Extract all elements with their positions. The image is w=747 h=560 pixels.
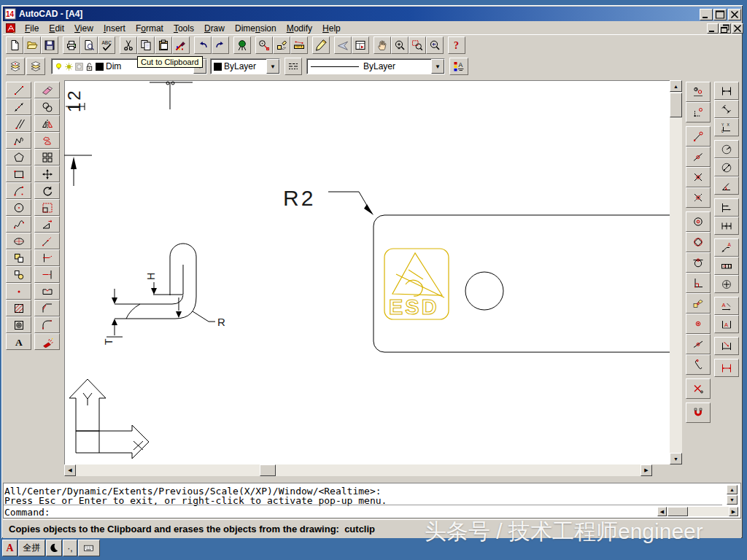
ime-fullhalf-button[interactable]: [46, 540, 62, 556]
tracking-button[interactable]: [686, 82, 711, 102]
paste-button[interactable]: [155, 36, 172, 54]
polygon-button[interactable]: [6, 149, 31, 166]
menu-draw[interactable]: Draw: [199, 23, 230, 34]
ime-language-button[interactable]: A: [2, 540, 18, 556]
ordinate-dimension-button[interactable]: YX0: [714, 118, 739, 136]
color-combo-dropdown-button[interactable]: ▼: [266, 59, 279, 74]
menu-dimension[interactable]: Dimension: [230, 23, 282, 34]
launch-browser-button[interactable]: [233, 36, 251, 54]
layers-button[interactable]: [26, 58, 45, 75]
horizontal-scroll-thumb[interactable]: [260, 464, 276, 476]
snap-to-quick-button[interactable]: [686, 354, 711, 375]
canvas-vertical-scrollbar[interactable]: ▲ ▼: [670, 80, 682, 464]
close-button[interactable]: [728, 9, 741, 20]
maximize-button[interactable]: [713, 9, 727, 20]
spline-button[interactable]: [6, 216, 31, 233]
zoom-window-button[interactable]: [409, 36, 426, 54]
rectangle-button[interactable]: [6, 166, 31, 182]
open-file-button[interactable]: [23, 36, 41, 54]
drawing-canvas[interactable]: 12 R2 ESD R: [64, 80, 670, 464]
zoom-previous-button[interactable]: [426, 36, 444, 54]
scroll-right-button[interactable]: ▶: [640, 464, 652, 476]
osnap-settings-button[interactable]: [686, 402, 711, 423]
break-button[interactable]: [34, 283, 60, 300]
match-properties-button[interactable]: [172, 36, 190, 54]
copy-object-button[interactable]: [34, 98, 60, 115]
menu-view[interactable]: View: [69, 23, 98, 34]
menu-modify[interactable]: Modify: [282, 23, 317, 34]
mirror-button[interactable]: [34, 115, 60, 132]
child-minimize-button[interactable]: [707, 23, 719, 34]
snap-to-none-button[interactable]: [686, 378, 711, 399]
menu-tools[interactable]: Tools: [169, 23, 199, 34]
snap-from-button[interactable]: [686, 102, 711, 122]
rotate-button[interactable]: [34, 182, 60, 199]
snap-to-intersection-button[interactable]: [686, 167, 711, 187]
print-button[interactable]: [63, 36, 80, 54]
scale-button[interactable]: [34, 199, 60, 216]
redo-button[interactable]: [212, 36, 229, 54]
explode-button[interactable]: [34, 333, 60, 350]
chamfer-button[interactable]: [34, 300, 60, 316]
child-restore-button[interactable]: [719, 23, 731, 34]
diameter-dimension-button[interactable]: [714, 158, 739, 176]
spelling-button[interactable]: ABC: [98, 36, 115, 54]
menu-format[interactable]: Format: [131, 23, 169, 34]
dimension-text-edit-button[interactable]: A: [714, 315, 739, 333]
stretch-button[interactable]: [34, 216, 60, 233]
dimension-style-button[interactable]: [714, 359, 739, 377]
minimize-button[interactable]: [700, 9, 713, 20]
undo-button[interactable]: [194, 36, 212, 54]
array-button[interactable]: [34, 149, 60, 166]
menu-help[interactable]: Help: [317, 23, 346, 34]
command-splitter[interactable]: [4, 505, 722, 505]
snap-to-midpoint-button[interactable]: [686, 147, 711, 167]
radius-dimension-button[interactable]: [714, 140, 739, 158]
command-scroll-left-button[interactable]: ◀: [657, 507, 667, 516]
linetype-button[interactable]: [285, 58, 302, 75]
point-button[interactable]: [6, 283, 31, 300]
new-file-button[interactable]: [6, 36, 23, 54]
center-mark-button[interactable]: [714, 275, 739, 293]
ime-softkeyboard-button[interactable]: [78, 540, 100, 556]
command-scroll-down-button[interactable]: ▼: [727, 495, 738, 505]
ime-punctuation-button[interactable]: ·,: [63, 540, 77, 556]
print-preview-button[interactable]: [80, 36, 98, 54]
menu-file[interactable]: File: [20, 23, 44, 34]
snap-to-insert-button[interactable]: [686, 293, 711, 314]
dimension-update-button[interactable]: [714, 337, 739, 355]
linear-dimension-button[interactable]: [714, 82, 739, 100]
fillet-button[interactable]: [34, 316, 60, 333]
make-object-layer-current-button[interactable]: [6, 58, 25, 75]
snap-to-perpendicular-button[interactable]: [686, 273, 711, 293]
hatch-button[interactable]: [6, 300, 31, 316]
polyline-button[interactable]: [6, 132, 31, 149]
trim-button[interactable]: [34, 249, 60, 266]
extend-button[interactable]: [34, 266, 60, 283]
named-views-button[interactable]: [352, 36, 369, 54]
region-button[interactable]: [6, 316, 31, 333]
cut-button[interactable]: [120, 36, 137, 54]
command-scroll-thumb[interactable]: [667, 507, 688, 516]
scroll-down-button[interactable]: ▼: [670, 453, 682, 464]
snap-to-tangent-button[interactable]: [686, 252, 711, 273]
command-scroll-up-button[interactable]: ▲: [727, 485, 738, 494]
angular-dimension-button[interactable]: [714, 176, 739, 195]
object-properties-button[interactable]: A: [449, 58, 468, 75]
object-snap-button[interactable]: [255, 36, 273, 54]
help-button[interactable]: ?: [448, 36, 465, 54]
snap-to-quadrant-button[interactable]: [686, 232, 711, 252]
arc-button[interactable]: [6, 182, 31, 199]
redraw-button[interactable]: [312, 36, 330, 54]
aligned-dimension-button[interactable]: [714, 100, 739, 118]
move-button[interactable]: [34, 166, 60, 182]
menu-insert[interactable]: Insert: [98, 23, 131, 34]
save-file-button[interactable]: [41, 36, 58, 54]
offset-button[interactable]: [34, 132, 60, 149]
linetype-combo-dropdown-button[interactable]: ▼: [431, 59, 444, 74]
ellipse-button[interactable]: [6, 233, 31, 249]
multiline-text-button[interactable]: A: [6, 333, 31, 350]
make-block-button[interactable]: [6, 266, 31, 283]
scroll-left-button[interactable]: ◀: [64, 464, 76, 476]
command-scroll-right-button[interactable]: ▶: [729, 507, 738, 516]
